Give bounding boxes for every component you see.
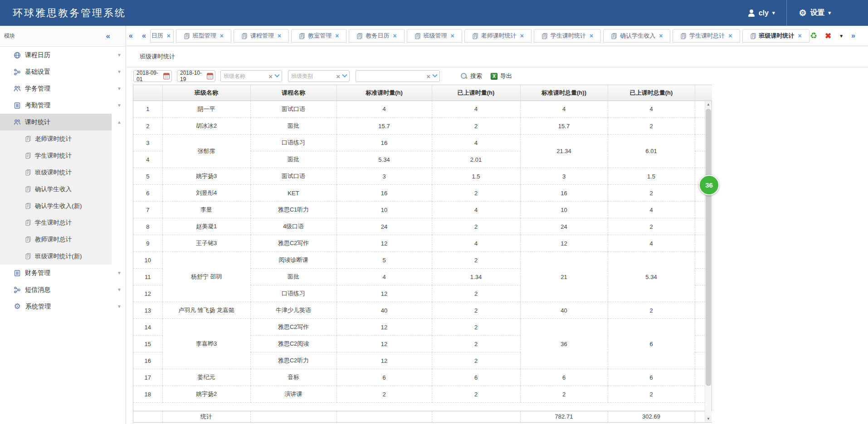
chevron-down-icon[interactable] <box>432 72 437 77</box>
sidebar-item-label: 短信消息 <box>25 286 50 294</box>
close-all-tabs-icon[interactable]: ✖ <box>825 32 831 40</box>
chevron-down-icon[interactable]: ▼ <box>117 53 122 58</box>
tab-11[interactable]: 班级课时统计× <box>742 29 809 43</box>
chevron-down-icon[interactable]: ▼ <box>117 69 122 74</box>
settings-menu[interactable]: ⚙ 设置 ▾ <box>787 0 843 26</box>
chevron-down-icon[interactable]: ▼ <box>117 103 122 108</box>
table-row[interactable]: 2胡冰冰2面批15.7215.72 <box>133 118 712 135</box>
floating-badge[interactable]: 36 <box>699 175 719 195</box>
sidebar-subitem-1[interactable]: 老师课时统计 <box>0 130 112 147</box>
table-row[interactable]: 3张郁霈口语练习16421.346.01 <box>133 135 712 151</box>
user-menu[interactable]: cly ▾ <box>736 0 787 26</box>
tab-7[interactable]: 老师课时统计× <box>464 29 532 43</box>
close-icon[interactable]: × <box>278 33 281 39</box>
sidebar-item-2[interactable]: 基础设置▼ <box>0 63 112 80</box>
sidebar-subitem-6[interactable]: 学生课时总计 <box>0 214 112 231</box>
sidebar-item-1[interactable]: 课程日历▼ <box>0 47 112 63</box>
extra-combobox[interactable]: × <box>356 70 440 82</box>
panel-collapse-icon[interactable]: « <box>129 32 133 40</box>
chevron-down-icon[interactable] <box>274 72 279 77</box>
table-row[interactable]: 18姚宇扬2演讲课2222 <box>133 386 712 403</box>
tab-4[interactable]: 教室管理× <box>291 29 346 43</box>
table-row[interactable]: 13卢羽凡 雏飞扬 龙嘉懿牛津少儿英语402402 <box>133 302 712 319</box>
tab-3[interactable]: 课程管理× <box>234 29 289 43</box>
clear-icon[interactable]: × <box>336 73 340 80</box>
search-button[interactable]: 搜索 <box>460 72 482 80</box>
chevron-up-icon[interactable]: ▲ <box>117 120 122 125</box>
chevron-down-icon[interactable] <box>342 72 347 77</box>
table-row[interactable]: 9王子铭3雅思C2写作124124 <box>133 235 712 252</box>
tab-1[interactable]: 日历× <box>150 29 174 43</box>
sidebar-item-7[interactable]: 短信消息▼ <box>0 281 112 298</box>
cell-course-name: 音标 <box>250 369 336 386</box>
collapse-sidebar-icon[interactable]: « <box>106 32 110 41</box>
class-type-combobox[interactable]: 班级类别 × <box>288 70 350 82</box>
tab-2[interactable]: 班型管理× <box>176 29 231 43</box>
close-icon[interactable]: × <box>220 33 224 39</box>
date-from-input[interactable]: 2018-09-01 <box>133 70 172 82</box>
sidebar-item-3[interactable]: 学务管理▼ <box>0 80 112 97</box>
close-icon[interactable]: × <box>590 33 593 39</box>
table-row[interactable]: 7李昱雅思C1听力104104 <box>133 202 712 218</box>
date-to-input[interactable]: 2018-10-19 <box>177 70 215 82</box>
close-icon[interactable]: × <box>798 33 802 39</box>
table-row[interactable]: 17姜纪元音标6666 <box>133 369 712 386</box>
chevron-down-icon[interactable]: ▼ <box>117 270 122 275</box>
close-icon[interactable]: × <box>393 33 396 39</box>
sidebar-subitem-8[interactable]: 班级课时统计(新) <box>0 248 112 265</box>
tab-scroll-right-icon[interactable]: » <box>851 32 855 40</box>
tab-menu-caret-icon[interactable]: ▼ <box>839 34 844 39</box>
scrollbar-thumb[interactable] <box>706 109 711 386</box>
cell-course-name: 面试口语 <box>250 101 336 118</box>
refresh-tab-icon[interactable]: ♻ <box>810 32 817 40</box>
tab-9[interactable]: 确认学生收入× <box>603 29 670 43</box>
sidebar-subitem-4[interactable]: 确认学生收入 <box>0 181 112 198</box>
sidebar-item-8[interactable]: ⚙系统管理▼ <box>0 298 112 315</box>
table-row[interactable]: 10杨舒宁 邵玥阅读诊断课52215.34 <box>133 252 712 269</box>
cell-completed-total: 2 <box>608 302 695 319</box>
table-row[interactable]: 5姚宇扬3面试口语31.531.5 <box>133 168 712 185</box>
calendar-icon[interactable] <box>207 73 213 79</box>
close-icon[interactable]: × <box>451 33 454 39</box>
close-icon[interactable]: × <box>520 33 524 39</box>
cell-completed-hours: 1.5 <box>432 168 520 185</box>
chevron-down-icon[interactable]: ▼ <box>117 86 122 91</box>
tab-6[interactable]: 班级管理× <box>407 29 462 43</box>
summary-row: 统计782.71302.69 <box>133 411 712 422</box>
chevron-down-icon[interactable]: ▼ <box>117 287 122 292</box>
sidebar-subitem-2[interactable]: 学生课时统计 <box>0 147 112 164</box>
clear-icon[interactable]: × <box>426 73 430 80</box>
table-row[interactable]: 6刘昱彤4KET162162 <box>133 185 712 202</box>
tab-5[interactable]: 教务日历× <box>349 29 404 43</box>
table-row[interactable]: 8赵美凝14级口语242242 <box>133 218 712 235</box>
sidebar-item-4[interactable]: 考勤管理▼ <box>0 97 112 114</box>
cell-completed-hours: 6 <box>432 369 520 386</box>
sidebar-item-5[interactable]: 课时统计▲ <box>0 114 112 130</box>
sidebar-subitem-5[interactable]: 确认学生收入(新) <box>0 198 112 214</box>
calendar-icon[interactable] <box>163 73 170 79</box>
sidebar-subitem-3[interactable]: 班级课时统计 <box>0 164 112 181</box>
chevron-down-icon[interactable]: ▼ <box>117 304 122 309</box>
export-button[interactable]: X 导出 <box>491 72 512 80</box>
sidebar-item-6[interactable]: 财务管理▼ <box>0 265 112 281</box>
close-icon[interactable]: × <box>335 33 339 39</box>
topbar: 环球雅思教务管理系统 cly ▾ ⚙ 设置 ▾ <box>0 0 868 26</box>
tab-label: 课程管理 <box>250 32 274 40</box>
scroll-down-icon[interactable]: ▼ <box>705 415 712 422</box>
sidebar-subitem-7[interactable]: 教师课时总计 <box>0 231 112 248</box>
vertical-scrollbar[interactable]: ▲ ▼ <box>705 101 712 422</box>
cell-class-name: 胡冰冰2 <box>162 118 250 135</box>
table-row[interactable]: 14李嘉晔3雅思C2写作122366 <box>133 319 712 336</box>
sidebar-item-label: 课时统计 <box>25 118 50 126</box>
close-icon[interactable]: × <box>167 33 171 39</box>
class-name-combobox[interactable]: 班级名称 × <box>220 70 282 82</box>
close-icon[interactable]: × <box>659 33 663 39</box>
clear-icon[interactable]: × <box>268 73 273 80</box>
tab-scroll-left-icon[interactable]: « <box>142 32 146 40</box>
cell-course-name: 演讲课 <box>250 386 336 403</box>
table-row[interactable]: 1阴一平面试口语4444 <box>133 101 712 118</box>
scroll-up-icon[interactable]: ▲ <box>705 101 712 108</box>
close-icon[interactable]: × <box>728 33 732 39</box>
tab-8[interactable]: 学生课时统计× <box>534 29 601 43</box>
tab-10[interactable]: 学生课时总计× <box>673 29 740 43</box>
